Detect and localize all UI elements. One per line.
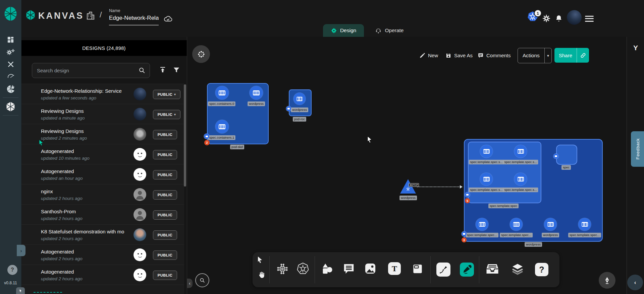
design-owner-avatar [133,228,146,241]
copy-link-icon[interactable] [577,48,589,63]
visibility-badge[interactable]: PUBLIC [153,190,177,200]
tab-design[interactable]: Design [323,24,364,37]
search-design-box[interactable]: Search design [32,63,150,78]
sidebar-item-meshery-pie[interactable] [6,85,15,93]
actions-caret-button[interactable]: ▾ [545,48,551,63]
share-split-button[interactable]: Share [554,48,589,63]
design-list-item[interactable]: Edge-Network-Relationship: Service updat… [21,84,184,104]
search-icon[interactable] [138,67,146,75]
visibility-badge[interactable]: PUBLIC [153,271,177,280]
error-count-badge[interactable]: 2 [204,140,210,145]
freehand-draw-tool-icon[interactable] [460,263,474,277]
node-spec[interactable] [556,145,577,165]
design-list-item[interactable]: Autogenerated updated 2 hours ago PUBLIC [21,265,184,285]
upload-design-icon[interactable] [159,66,167,74]
visibility-badge[interactable]: PUBLIC [153,210,177,220]
visibility-badge[interactable]: PUBLIC [153,130,177,139]
save-as-button[interactable]: Save As [445,51,473,60]
node-container-wordpress-2[interactable] [293,93,306,105]
design-list-item[interactable]: nginx updated 2 hours ago PUBLIC [21,184,184,205]
visibility-badge[interactable]: PUBLIC▾ [153,110,180,119]
node-label: wordpress [399,196,417,200]
pod-badge-icon[interactable] [465,192,470,197]
pod-badge-icon[interactable] [462,231,467,236]
sidebar-item-lifecycle-gears[interactable] [6,48,15,56]
kubernetes-context-button[interactable]: 1 [527,11,539,23]
node-deploy-container-3[interactable] [578,218,591,231]
text-tool-icon[interactable]: T [388,262,401,275]
zoom-button[interactable] [195,273,209,287]
select-tool-cursor-icon[interactable] [256,255,264,264]
help-tool-icon[interactable]: ? [535,263,548,276]
node-container-wordpress[interactable] [250,86,263,99]
feedback-tab[interactable]: Feedback [631,131,644,167]
search-input[interactable]: Search design [37,68,69,73]
image-tool-icon[interactable] [364,262,377,275]
node-container-spec-containers-0[interactable] [215,86,229,99]
node-template-container-1[interactable] [514,145,527,158]
sidebar-expand-handle[interactable]: › [17,245,25,256]
sidebar-item-dashboard[interactable] [7,36,14,44]
meshery-mesh-logo[interactable] [4,6,17,21]
design-list-item[interactable]: Autogenerated updated 2 hours ago PUBLIC [21,244,184,265]
visibility-badge[interactable]: PUBLIC▾ [153,90,180,99]
pan-tool-hand-icon[interactable] [257,271,266,279]
design-list-item[interactable]: Autogenerated updated 10 minutes ago PUB… [21,144,184,164]
node-template-container-0[interactable] [480,145,493,158]
share-label[interactable]: Share [554,48,577,63]
design-list-item[interactable]: Reviewing Designs updated 2 minutes ago … [21,124,184,144]
panel-collapse-handle[interactable]: ‹ [187,279,193,288]
tab-operate[interactable]: Operate [364,24,415,37]
menu-hamburger-icon[interactable] [585,14,594,23]
design-list-item[interactable]: Reviewing Designs updated a minute ago P… [21,104,184,124]
filter-funnel-icon[interactable] [173,66,180,74]
design-name-label: Name [109,8,120,13]
node-container-spec-containers-1[interactable] [215,120,229,133]
pod-badge-icon[interactable] [553,154,558,159]
user-avatar[interactable] [567,10,582,25]
error-count-badge[interactable]: 3 [462,237,467,242]
visibility-badge[interactable]: PUBLIC [153,250,177,260]
shapes-tool-icon[interactable] [320,262,334,276]
visibility-badge[interactable]: PUBLIC [153,150,177,159]
organization-icon[interactable] [86,10,96,21]
edge-pen-tool-icon[interactable] [436,263,450,277]
canvas-snowflake-button[interactable] [192,45,210,63]
visibility-badge[interactable]: PUBLIC [153,230,177,240]
components-circuit-icon[interactable] [276,262,289,276]
node-template-container-2[interactable] [480,173,493,186]
pod-badge-icon[interactable] [286,106,291,111]
comment-tool-icon[interactable] [342,262,356,276]
rail-collapse-button[interactable]: ‹ [627,275,643,290]
panel-scrollbar[interactable] [184,84,186,187]
design-list-item[interactable]: K8 Statefulset demonstration with mo upd… [21,224,184,245]
visibility-badge[interactable]: PUBLIC [153,170,177,179]
drawer-archive-icon[interactable] [485,262,500,276]
node-deploy-container-0[interactable] [476,218,488,231]
layers-icon[interactable] [511,262,525,276]
design-name-input[interactable]: Edge-Network-Relatio [109,15,159,21]
node-deploy-container-1[interactable] [510,218,523,231]
help-button[interactable]: ? [7,265,17,275]
actions-label[interactable]: Actions [518,48,544,63]
new-button[interactable]: New [419,51,438,60]
pen-mode-button[interactable] [599,272,615,289]
design-list-item[interactable]: Santhosh-Prom updated 2 hours ago PUBLIC [21,204,184,225]
sidebar-item-kanvas[interactable] [6,101,15,112]
validate-branch-icon[interactable]: Y [627,43,644,53]
kubernetes-tool-icon[interactable] [296,262,310,276]
node-template-container-3[interactable] [514,173,527,186]
note-tool-icon[interactable] [411,263,424,275]
design-list-item[interactable]: Autogenerated updated an hour ago PUBLIC [21,164,184,185]
error-count-badge[interactable]: 5 [465,198,470,203]
comments-button[interactable]: Comments [478,51,511,60]
sidebar-item-configuration-tools[interactable] [7,60,15,68]
group-spec-template-spec[interactable] [468,142,541,203]
sidebar-item-performance-gauge[interactable] [7,72,15,80]
actions-split-button[interactable]: Actions ▾ [518,48,552,63]
node-deploy-container-2[interactable] [544,218,557,231]
settings-gear-icon[interactable] [542,14,551,23]
pod-badge-icon[interactable] [204,134,209,139]
edge-service-to-deployment[interactable] [417,187,461,187]
notifications-bell-icon[interactable] [555,14,563,23]
